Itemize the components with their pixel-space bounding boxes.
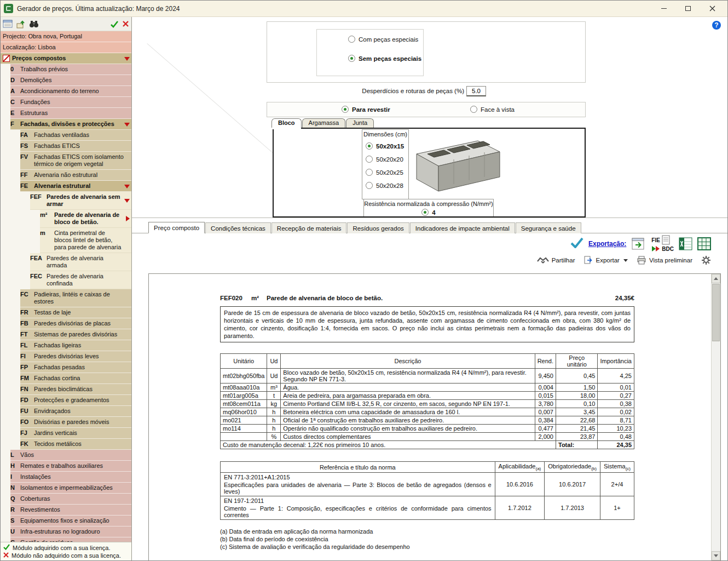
sidebar-item-ft[interactable]: FTSistemas de paredes divisórias [20,329,131,340]
cell: 0,01 [598,383,634,392]
sidebar-item-fef[interactable]: FEFParedes de alvenaria sem armar [30,192,131,210]
material-tab-bloco[interactable]: Bloco [271,118,302,128]
sidebar-item-a[interactable]: AAcondicionamento do terreno [10,86,131,97]
sidebar-item-e[interactable]: EEstruturas [10,108,131,119]
cell: 1,50 [556,383,598,392]
item-code: FR [20,309,34,316]
radio-dot-icon [366,142,373,150]
sidebar-item-d[interactable]: DDemolições [10,75,131,86]
finish-radio-face-vista[interactable]: Face à vista [470,106,515,113]
radio-dot-icon [366,156,373,163]
sidebar-item-fec[interactable]: FECParedes de alvenaria confinada [30,271,131,289]
sidebar-item-n[interactable]: NIsolamentos e impermeabilizações [10,483,131,494]
finish-radio-para-revestir[interactable]: Para revestir [342,106,390,113]
location-row[interactable]: Localização: Lisboa [1,42,131,53]
detail-tab-indicadores-de-impacte-ambiental[interactable]: Indicadores de impacte ambiental [410,222,515,233]
material-tab-argamassa[interactable]: Argamassa [302,118,346,128]
waste-input[interactable] [466,86,486,96]
report-icon[interactable] [3,20,13,28]
sidebar-item-fn[interactable]: FNParedes bioclimáticas [20,384,131,395]
sidebar-item-fr[interactable]: FRTestas de laje [20,307,131,318]
sidebar-item-fj[interactable]: FJJardins verticais [20,428,131,439]
sidebar-item-fo[interactable]: FODivisórias e paredes móveis [20,417,131,428]
detail-tab-pre-o-composto[interactable]: Preço composto [148,222,205,233]
dims-radio-50x20x20[interactable]: 50x20x20 [366,156,404,163]
excel-export-icon[interactable] [679,237,692,250]
sidebar-item-m[interactable]: m²Parede de alvenaria de bloco de betão. [40,210,131,228]
dims-radio-50x20x15[interactable]: 50x20x15 [366,142,404,150]
sidebar-item-fl[interactable]: FLFachadas ligeiras [20,340,131,351]
help-icon[interactable]: ? [712,21,721,30]
dims-radio-50x20x28[interactable]: 50x20x28 [366,182,404,189]
sidebar-item-fu[interactable]: FUEnvidraçados [20,406,131,417]
detail-tab-condi-es-t-cnicas[interactable]: Condições técnicas [205,222,271,233]
accept-check-icon[interactable] [110,20,119,28]
sidebar-item-0[interactable]: 0Trabalhos prévios [10,64,131,75]
dims-radio-50x20x25[interactable]: 50x20x25 [366,169,404,176]
scroll-up-button[interactable] [712,274,720,283]
pieces-radio-sem-pe-as-especiais[interactable]: Sem peças especiais [348,55,421,62]
export-button[interactable]: Exportar [583,256,627,265]
material-tab-junta[interactable]: Junta [346,118,374,128]
sidebar-item-i[interactable]: IInstalações [10,472,131,483]
sidebar-item-m[interactable]: mCinta perimetral de blocos lintel de be… [40,228,131,253]
sidebar-item-fb[interactable]: FBParedes divisórias de placas [20,318,131,329]
finish-group: Para revestirFace à vista [267,102,586,117]
share-button[interactable]: Partilhar [537,256,575,264]
item-label: Alvenaria estrutural [34,182,124,190]
scrollbar-thumb[interactable] [712,284,720,341]
item-label: Revestimentos [20,506,124,513]
sidebar-item-r[interactable]: RRevestimentos [10,505,131,516]
detail-tab-res-duos-gerados[interactable]: Resíduos gerados [347,222,409,233]
sidebar-item-fd[interactable]: FDProtecções e gradeamentos [20,395,131,406]
detail-tab-recep-o-de-materiais[interactable]: Recepção de materiais [271,222,347,233]
scroll-down-button[interactable] [712,551,720,560]
resist-radio-4[interactable]: 4 [421,209,435,216]
close-button[interactable] [700,1,724,16]
document-scrollbar[interactable] [711,274,720,560]
project-row[interactable]: Projecto: Obra nova, Portugal [1,31,131,42]
gear-icon[interactable] [701,255,711,265]
sidebar-item-fc[interactable]: FCPadieiras, lintéis e caixas de estores [20,289,131,307]
titlebar: Gerador de preços. Última actualização: … [1,1,727,17]
cell: 0,48 [598,433,634,441]
sidebar-item-c[interactable]: CFundações [10,97,131,108]
sidebar-item-u[interactable]: UInfra-estruturas no logradouro [10,526,131,537]
sidebar-item-fs[interactable]: FSFachadas ETICS [20,141,131,152]
norm-reference: EN 771-3:2011+A1:2015 [224,474,492,480]
fie-bdc-export-icon[interactable]: FIE BDC [651,235,674,252]
sidebar-item-fi[interactable]: FIParedes divisórias leves [20,351,131,362]
sidebar-item-fp[interactable]: FPFachadas pesadas [20,362,131,373]
pieces-radio-com-pe-as-especiais[interactable]: Com peças especiais [348,36,421,43]
item-code: I [10,473,20,480]
maximize-button[interactable] [676,1,700,16]
minimize-button[interactable] [652,1,676,16]
item-label: Trabalhos prévios [20,66,124,73]
sidebar-item-ff[interactable]: FFAlvenaria não estrutural [20,170,131,181]
sidebar-item-fa[interactable]: FAFachadas ventiladas [20,130,131,141]
print-preview-button[interactable]: Vista preliminar [637,256,692,265]
detail-tab-seguran-a-e-sa-de[interactable]: Segurança e saúde [516,222,581,233]
cancel-cross-icon[interactable] [122,20,129,27]
spreadsheet-export-icon[interactable] [697,237,711,250]
sidebar-item-fk[interactable]: FKTecidos metálicos [20,439,131,450]
sidebar-item-fe[interactable]: FEAlvenaria estrutural [20,181,131,192]
sidebar-item-g[interactable]: GGestão de resíduos [10,537,131,542]
binoculars-icon[interactable] [29,20,39,28]
export-button-label: Exportar [596,257,619,264]
sidebar-item-fv[interactable]: FVFachadas ETICS com isolamento térmico … [20,152,131,170]
export-link[interactable]: Exportação: [588,240,626,248]
sidebar-item-q[interactable]: QCoberturas [10,494,131,505]
export-clipboard-icon[interactable] [631,237,646,251]
export-up-icon[interactable] [16,20,26,28]
minimize-icon [661,8,667,9]
resistance-group: Resistência normalizada à compressão (N/… [363,199,494,217]
sidebar-item-l[interactable]: LVãos [10,450,131,461]
sidebar-item-s[interactable]: SEquipamentos fixos e sinalização [10,516,131,526]
sidebar-item-fea[interactable]: FEAParedes de alvenaria armada [30,253,131,271]
sidebar-item-precos-compostos[interactable]: Preços compostos [1,53,131,64]
sidebar-item-fm[interactable]: FMFachadas cortina [20,373,131,384]
cell: 3,45 [556,408,598,416]
sidebar-item-h[interactable]: HRemates e trabalhos auxiliares [10,461,131,472]
sidebar-item-f[interactable]: FFachadas, divisões e protecções [10,119,131,130]
